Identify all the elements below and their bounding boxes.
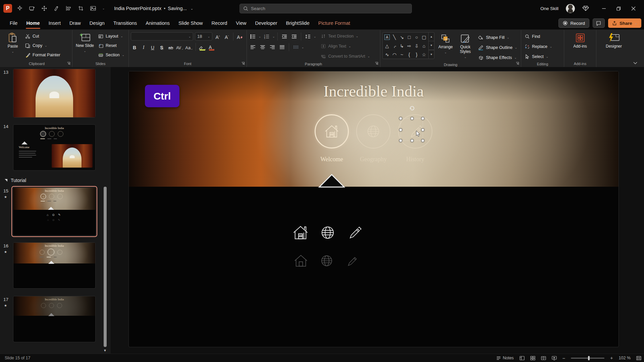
tab-animations[interactable]: Animations — [141, 17, 174, 29]
shape-gallery-more-button[interactable]: ▼ — [429, 50, 434, 59]
share-button[interactable]: Share ⌄ — [608, 18, 641, 28]
slide-title[interactable]: Incredible India — [129, 82, 619, 100]
align-text-button[interactable]: Align Text ⌄ — [319, 42, 372, 51]
title-dropdown-chevron-icon[interactable]: ⌄ — [191, 7, 193, 10]
addins-button[interactable]: Add-ins — [569, 31, 592, 49]
zoom-slider[interactable] — [571, 358, 604, 359]
shape-gallery-item[interactable]: △ — [383, 42, 391, 50]
justify-button[interactable] — [278, 43, 286, 51]
drawing-dialog-launcher[interactable] — [516, 62, 519, 65]
change-case-button[interactable]: Aa⌄ — [185, 43, 193, 51]
pencil-icon[interactable] — [346, 225, 362, 241]
italic-button[interactable]: I — [140, 43, 147, 51]
shape-gallery-item[interactable]: ↳ — [398, 42, 406, 50]
shape-gallery-item[interactable]: { — [406, 50, 413, 59]
align-left-button[interactable] — [249, 43, 257, 51]
panel-scrollbar[interactable] — [104, 187, 107, 347]
qat-overflow-chevron-icon[interactable]: ⌄ — [102, 7, 105, 10]
shape-gallery-item[interactable]: ⇩ — [413, 42, 420, 50]
decrease-indent-button[interactable] — [280, 33, 288, 41]
diamond-icon[interactable] — [582, 5, 589, 11]
close-button[interactable] — [626, 2, 641, 15]
numbering-button[interactable]: 123 — [263, 33, 271, 41]
shape-gallery-item[interactable]: } — [413, 50, 420, 59]
shape-gallery-item[interactable]: ▢ — [420, 33, 428, 42]
shape-gallery-item[interactable]: ☆ — [420, 50, 428, 59]
format-painter-qat-icon[interactable] — [53, 5, 59, 11]
find-button[interactable]: Find — [523, 32, 554, 41]
columns-button[interactable] — [292, 43, 300, 51]
shape-gallery-item[interactable]: □ — [406, 33, 413, 42]
resize-handle-se[interactable] — [421, 139, 424, 142]
copy-button[interactable]: Copy ⌄ — [23, 41, 62, 50]
globe-icon[interactable] — [319, 224, 336, 241]
resize-handle-ne[interactable] — [421, 117, 424, 120]
account-name[interactable]: One Skill — [540, 6, 558, 11]
arrange-button[interactable]: Arrange ⌄ — [437, 32, 454, 54]
globe-icon[interactable] — [319, 253, 334, 268]
underline-button[interactable]: U — [149, 43, 156, 51]
shape-fill-button[interactable]: Shape Fill ⌄ — [477, 33, 519, 42]
font-size-combo[interactable]: 18⌄ — [195, 32, 212, 41]
nav-circle-welcome[interactable] — [315, 114, 349, 148]
bold-button[interactable]: B — [131, 43, 138, 51]
normal-view-button[interactable] — [520, 356, 525, 360]
autosave-star-icon[interactable] — [17, 5, 23, 11]
section-button[interactable]: Section ⌄ — [97, 51, 126, 59]
minimize-button[interactable] — [596, 2, 611, 15]
bullets-button[interactable] — [249, 33, 257, 41]
avatar[interactable] — [566, 4, 575, 13]
highlight-color-button[interactable]: ⌄ — [199, 43, 206, 51]
fit-slide-button[interactable] — [636, 356, 641, 360]
search-input[interactable] — [251, 6, 408, 11]
shrink-font-button[interactable]: Aˇ — [223, 33, 230, 41]
document-title[interactable]: India PowerPoint.pptx • Saving... ⌄ — [114, 6, 193, 11]
comments-button[interactable] — [593, 18, 605, 28]
paragraph-dialog-launcher[interactable] — [375, 62, 378, 65]
zoom-level[interactable]: 102 % — [619, 356, 631, 360]
shape-gallery-item[interactable]: ⇨ — [406, 42, 413, 50]
tab-record[interactable]: Record — [207, 17, 232, 29]
tab-home[interactable]: Home — [22, 17, 44, 29]
text-direction-button[interactable]: Text Direction ⌄ — [319, 32, 372, 41]
zoom-in-button[interactable]: + — [610, 355, 613, 361]
new-slide-button[interactable]: New Slide ⌄ — [74, 31, 95, 53]
convert-to-smartart-button[interactable]: Convert to SmartArt ⌄ — [319, 52, 372, 61]
paste-button[interactable]: Paste ⌄ — [3, 31, 22, 53]
align-right-button[interactable] — [268, 43, 276, 51]
shape-gallery-item[interactable]: ⌌ — [391, 42, 398, 50]
shape-scroll-up-button[interactable]: ▲ — [429, 33, 434, 41]
restore-button[interactable] — [611, 2, 626, 15]
cut-button[interactable]: Cut — [23, 32, 62, 41]
zoom-out-button[interactable]: − — [562, 355, 566, 361]
resize-handle-w[interactable] — [399, 128, 402, 131]
nav-label-history[interactable]: History — [388, 156, 442, 163]
align-objects-icon[interactable] — [65, 5, 72, 11]
resize-handle-s[interactable] — [411, 139, 414, 142]
character-spacing-button[interactable]: AV⌄ — [176, 43, 183, 51]
tab-picture-format[interactable]: Picture Format — [314, 17, 355, 29]
move-object-icon[interactable] — [41, 5, 47, 11]
reading-view-button[interactable] — [541, 356, 546, 360]
reset-button[interactable]: Reset — [97, 41, 126, 50]
notes-button[interactable]: Notes — [496, 356, 514, 360]
powerpoint-logo-icon[interactable]: P — [3, 4, 12, 13]
font-color-button[interactable]: A⌄ — [208, 43, 215, 51]
slide-thumbnail-13[interactable] — [13, 69, 95, 117]
tab-insert[interactable]: Insert — [44, 17, 65, 29]
slide-thumbnail-17[interactable]: Incredible India — [13, 296, 95, 342]
select-button[interactable]: Select ⌄ — [523, 52, 554, 61]
shape-gallery-item[interactable]: ◠ — [391, 50, 398, 59]
quick-styles-button[interactable]: Quick Styles ⌄ — [457, 32, 474, 59]
shape-gallery-item[interactable]: ∿ — [383, 50, 391, 59]
shape-gallery-item[interactable]: ╲ — [391, 33, 398, 42]
slide-canvas[interactable]: Ctrl Incredible India — [129, 71, 619, 347]
tab-brightslide[interactable]: BrightSlide — [282, 17, 314, 29]
designer-button[interactable]: Designer — [601, 31, 627, 49]
shape-scroll-down-button[interactable]: ▼ — [429, 41, 434, 50]
clear-formatting-button[interactable]: A — [236, 33, 244, 41]
home-icon[interactable] — [292, 224, 309, 241]
layout-button[interactable]: Layout ⌄ — [97, 32, 126, 41]
tab-developer[interactable]: Developer — [251, 17, 282, 29]
selection-bounding-box[interactable] — [400, 118, 423, 141]
